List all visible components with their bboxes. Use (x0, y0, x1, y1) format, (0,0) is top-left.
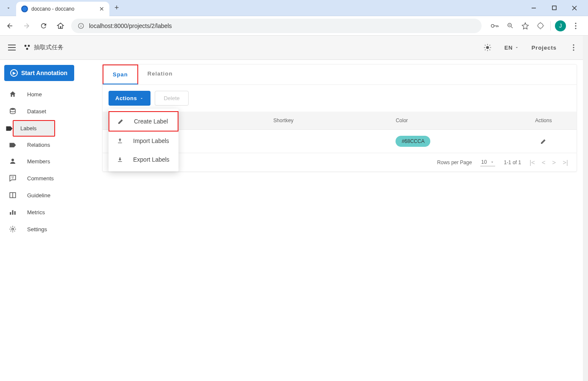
gear-icon (8, 225, 17, 233)
play-icon: ▶ (10, 69, 18, 77)
svg-line-12 (511, 27, 513, 28)
maximize-button[interactable] (547, 2, 561, 14)
svg-line-28 (489, 45, 490, 46)
sidebar-item-labels[interactable]: Labels (13, 120, 55, 137)
sidebar-item-relations[interactable]: Relations (4, 137, 92, 152)
sidebar-label: Members (27, 158, 50, 165)
next-page-button[interactable]: > (552, 159, 556, 166)
info-icon[interactable] (77, 22, 85, 29)
dropdown-create-label[interactable]: Create Label (109, 111, 178, 132)
sidebar-item-members[interactable]: Members (4, 153, 92, 169)
home-icon (8, 90, 17, 98)
browser-toolbar: localhost:8000/projects/2/labels J (0, 16, 588, 36)
upload-icon (116, 137, 124, 144)
url-text: localhost:8000/projects/2/labels (89, 22, 172, 29)
app-more-menu[interactable] (571, 42, 576, 53)
svg-point-17 (25, 45, 27, 47)
start-annotation-button[interactable]: ▶ Start Annotation (4, 65, 74, 81)
pagination: |< < > >| (529, 159, 568, 166)
pencil-icon (117, 118, 125, 125)
svg-rect-42 (118, 143, 122, 143)
zoom-icon[interactable] (504, 20, 516, 31)
main-content: Span Relation Actions Delete Create Labe… (96, 60, 583, 381)
svg-point-20 (486, 46, 489, 49)
browser-tab[interactable]: doccano - doccano ✕ (16, 2, 109, 16)
close-window-button[interactable] (568, 2, 581, 14)
new-tab-button[interactable]: + (114, 3, 119, 12)
app-container: 抽取式任务 EN Projects ▶ Start Annotation Hom… (0, 36, 588, 381)
relations-icon (8, 142, 17, 148)
tab-relation[interactable]: Relation (138, 64, 182, 84)
svg-point-41 (12, 228, 14, 230)
theme-toggle[interactable] (483, 43, 492, 52)
tab-span[interactable]: Span (103, 64, 138, 84)
actions-row: Actions Delete Create Label Import Label… (103, 85, 577, 112)
page-range: 1-1 of 1 (504, 160, 521, 165)
prev-page-button[interactable]: < (542, 159, 546, 166)
delete-button[interactable]: Delete (155, 91, 189, 106)
col-actions[interactable]: Actions (518, 118, 569, 123)
sidebar-item-home[interactable]: Home (4, 86, 92, 102)
address-bar[interactable]: localhost:8000/projects/2/labels (71, 19, 482, 33)
svg-rect-40 (14, 211, 16, 215)
dropdown-export-labels[interactable]: Export Labels (109, 150, 178, 169)
col-color[interactable]: Color (396, 118, 518, 123)
download-icon (116, 156, 124, 163)
minimize-button[interactable] (527, 2, 541, 14)
back-button[interactable] (3, 20, 16, 32)
svg-line-26 (489, 50, 490, 50)
color-chip: #68CCCA (396, 136, 430, 147)
profile-avatar[interactable]: J (555, 20, 566, 31)
forward-button[interactable] (20, 20, 33, 32)
first-page-button[interactable]: |< (529, 159, 535, 166)
svg-point-29 (573, 44, 574, 45)
actions-button[interactable]: Actions (109, 91, 150, 106)
svg-line-25 (485, 45, 485, 46)
col-shortkey[interactable]: Shortkey (273, 118, 396, 123)
divider (550, 21, 551, 31)
project-name-area[interactable]: 抽取式任务 (24, 44, 64, 51)
close-tab-icon[interactable]: ✕ (99, 6, 104, 12)
svg-rect-43 (118, 161, 122, 162)
sidebar-item-dataset[interactable]: Dataset (4, 103, 92, 119)
last-page-button[interactable]: >| (563, 159, 568, 166)
extension-icon[interactable] (535, 20, 546, 31)
person-icon (8, 157, 17, 165)
reload-button[interactable] (37, 20, 50, 32)
toolbar-right: J (486, 20, 585, 31)
sidebar-item-settings[interactable]: Settings (4, 221, 92, 237)
sidebar: ▶ Start Annotation Home Dataset Labels R… (0, 60, 96, 381)
sidebar-label: Home (27, 91, 42, 98)
sidebar-label: Guideline (27, 192, 50, 199)
svg-line-27 (485, 50, 485, 50)
projects-link[interactable]: Projects (532, 45, 557, 51)
star-icon[interactable] (520, 20, 531, 31)
sidebar-label: Comments (27, 175, 54, 182)
sidebar-label: Labels (20, 125, 36, 132)
browser-titlebar: doccano - doccano ✕ + (0, 0, 588, 16)
home-button[interactable] (54, 20, 67, 32)
svg-point-15 (575, 25, 576, 26)
sidebar-label: Dataset (27, 108, 46, 115)
svg-point-33 (11, 159, 14, 161)
svg-point-19 (26, 48, 28, 50)
actions-dropdown: Create Label Import Labels Export Labels (109, 109, 178, 171)
labels-card: Span Relation Actions Delete Create Labe… (102, 64, 577, 172)
hamburger-menu[interactable] (7, 42, 17, 53)
label-icon (5, 126, 14, 132)
logo-icon (24, 44, 31, 51)
sidebar-label: Settings (27, 226, 47, 233)
language-selector[interactable]: EN (504, 45, 519, 51)
browser-menu-icon[interactable] (570, 20, 581, 31)
dropdown-import-labels[interactable]: Import Labels (109, 132, 178, 150)
tab-dropdown-button[interactable] (3, 3, 14, 13)
svg-rect-1 (552, 6, 556, 10)
key-icon[interactable] (489, 20, 500, 31)
sidebar-item-guideline[interactable]: Guideline (4, 187, 92, 203)
svg-point-14 (575, 22, 576, 24)
sidebar-label: Relations (27, 142, 50, 148)
rows-per-page-select[interactable]: 10 (480, 158, 495, 166)
sidebar-item-comments[interactable]: Comments (4, 170, 92, 186)
sidebar-item-metrics[interactable]: Metrics (4, 204, 92, 220)
edit-row-button[interactable] (518, 138, 569, 145)
